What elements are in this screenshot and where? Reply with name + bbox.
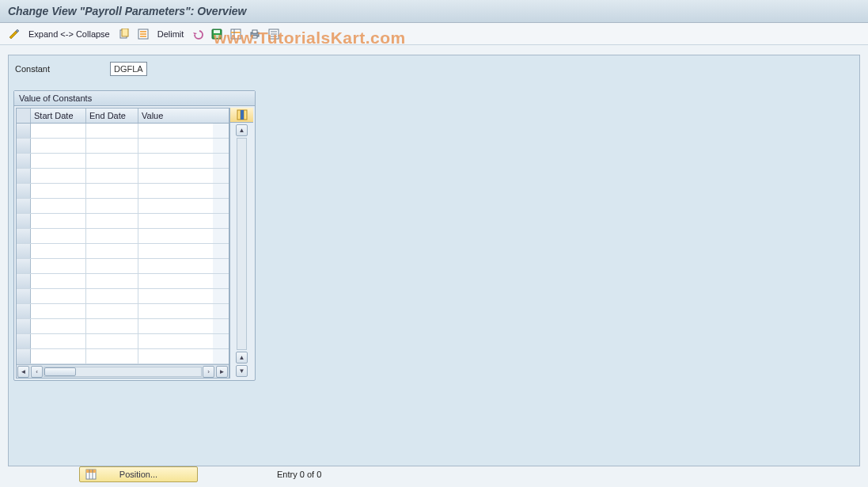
cell-start-date[interactable] [31,124,86,138]
cell-end-date[interactable] [86,289,138,303]
cell-value[interactable] [138,334,213,348]
select-all-header[interactable] [17,108,31,123]
row-selector[interactable] [17,334,31,348]
svg-rect-3 [140,31,146,32]
cell-value[interactable] [138,154,213,168]
cell-value[interactable] [138,214,213,228]
row-selector[interactable] [17,124,31,138]
cell-start-date[interactable] [31,259,86,273]
row-selector[interactable] [17,229,31,243]
cell-start-date[interactable] [31,274,86,288]
list-icon[interactable] [266,26,282,42]
copy-icon[interactable] [116,26,132,42]
cell-start-date[interactable] [31,229,86,243]
row-selector[interactable] [17,304,31,318]
table-settings-icon[interactable] [228,26,244,42]
cell-value[interactable] [138,184,213,198]
scroll-up-icon[interactable]: ▲ [236,124,248,136]
cell-start-date[interactable] [31,319,86,333]
print-icon[interactable] [247,26,263,42]
cell-start-date[interactable] [31,289,86,303]
svg-rect-7 [214,30,220,33]
cell-value[interactable] [138,139,213,153]
cell-start-date[interactable] [31,244,86,258]
row-selector[interactable] [17,319,31,333]
cell-end-date[interactable] [86,169,138,183]
cell-start-date[interactable] [31,184,86,198]
cell-end-date[interactable] [86,244,138,258]
cell-end-date[interactable] [86,274,138,288]
cell-value[interactable] [138,274,213,288]
table-row [17,184,229,199]
cell-value[interactable] [138,124,213,138]
toggle-display-change-icon[interactable] [6,26,22,42]
scroll-right-icon[interactable]: › [203,366,214,378]
cell-end-date[interactable] [86,229,138,243]
scroll-first-icon[interactable]: ◄ [17,366,29,378]
row-selector[interactable] [17,154,31,168]
scroll-down-icon[interactable]: ▼ [236,365,248,377]
cell-start-date[interactable] [31,139,86,153]
cell-start-date[interactable] [31,304,86,318]
row-selector[interactable] [17,274,31,288]
scroll-track[interactable] [44,367,202,377]
cell-value[interactable] [138,259,213,273]
cell-value[interactable] [138,319,213,333]
cell-end-date[interactable] [86,259,138,273]
table-row [17,139,229,154]
vscroll-track[interactable] [237,138,247,350]
cell-start-date[interactable] [31,334,86,348]
cell-end-date[interactable] [86,349,138,363]
row-selector[interactable] [17,199,31,213]
position-button[interactable]: Position... [79,466,198,482]
svg-rect-8 [214,35,219,38]
cell-end-date[interactable] [86,214,138,228]
configure-columns-icon[interactable] [230,108,253,123]
undo-icon[interactable] [190,26,206,42]
row-selector[interactable] [17,139,31,153]
constant-value[interactable]: DGFLA [110,62,147,76]
cell-end-date[interactable] [86,124,138,138]
vertical-scrollbar[interactable]: ▲ ▲ ▼ [230,123,253,379]
cell-end-date[interactable] [86,319,138,333]
cell-value[interactable] [138,304,213,318]
cell-end-date[interactable] [86,334,138,348]
cell-value[interactable] [138,349,213,363]
row-selector[interactable] [17,169,31,183]
col-value[interactable]: Value [138,108,213,123]
cell-end-date[interactable] [86,139,138,153]
cell-value[interactable] [138,199,213,213]
cell-start-date[interactable] [31,214,86,228]
horizontal-scrollbar[interactable]: ◄ ‹ › ► [17,364,229,378]
cell-start-date[interactable] [31,169,86,183]
table-row [17,289,229,304]
row-selector[interactable] [17,289,31,303]
cell-start-date[interactable] [31,349,86,363]
expand-collapse-button[interactable]: Expand <-> Collapse [25,29,113,39]
select-all-icon[interactable] [135,26,151,42]
col-start-date[interactable]: Start Date [31,108,86,123]
cell-value[interactable] [138,169,213,183]
scroll-down-up-icon[interactable]: ▲ [236,352,248,363]
scroll-thumb[interactable] [44,367,76,376]
cell-end-date[interactable] [86,154,138,168]
scroll-last-icon[interactable]: ► [216,366,228,378]
cell-start-date[interactable] [31,199,86,213]
row-selector[interactable] [17,349,31,363]
row-selector[interactable] [17,244,31,258]
cell-end-date[interactable] [86,184,138,198]
delimit-button[interactable]: Delimit [154,29,188,39]
cell-start-date[interactable] [31,154,86,168]
cell-value[interactable] [138,244,213,258]
col-end-date[interactable]: End Date [86,108,138,123]
row-selector[interactable] [17,259,31,273]
cell-value[interactable] [138,229,213,243]
cell-end-date[interactable] [86,199,138,213]
save-icon[interactable] [209,26,225,42]
scroll-left-icon[interactable]: ‹ [31,366,43,378]
row-selector[interactable] [17,184,31,198]
cell-value[interactable] [138,289,213,303]
row-selector[interactable] [17,214,31,228]
table-row [17,304,229,319]
cell-end-date[interactable] [86,304,138,318]
